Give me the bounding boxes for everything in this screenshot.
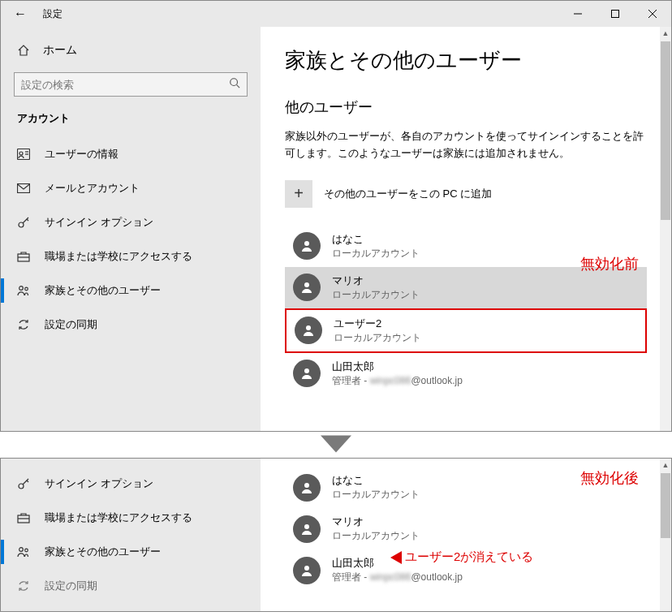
key-icon — [17, 216, 30, 229]
svg-marker-20 — [321, 436, 351, 453]
plus-icon: + — [285, 180, 312, 208]
people-icon — [17, 546, 30, 558]
sidebar-item-label: 職場または学校にアクセスする — [45, 510, 192, 525]
user-name: はなこ — [332, 232, 420, 247]
svg-point-17 — [304, 282, 309, 287]
sidebar: サインイン オプション 職場または学校にアクセスする 家族とその他のユーザー 設… — [1, 459, 261, 611]
svg-point-28 — [304, 566, 309, 571]
sidebar-item-work[interactable]: 職場または学校にアクセスする — [1, 501, 261, 535]
user-badge-icon — [17, 149, 30, 160]
scrollbar[interactable]: ▲ — [660, 459, 671, 611]
window-controls — [559, 1, 671, 27]
sidebar-item-work[interactable]: 職場または学校にアクセスする — [1, 239, 261, 274]
avatar-icon — [293, 360, 321, 387]
main-pane: 家族とその他のユーザー 他のユーザー 家族以外のユーザーが、各自のアカウントを使… — [261, 27, 671, 431]
search-icon — [229, 77, 240, 92]
home-icon — [17, 44, 30, 57]
key-icon — [17, 477, 30, 490]
briefcase-icon — [17, 512, 30, 523]
scroll-thumb[interactable] — [661, 41, 670, 220]
settings-window: ← 設定 ホーム アカウント ユーザー — [0, 0, 672, 432]
user-name: ユーザー2 — [334, 317, 421, 331]
scroll-up-icon[interactable]: ▲ — [662, 27, 670, 40]
user-sub: ローカルアカウント — [332, 488, 420, 502]
user-row[interactable]: 山田太郎 管理者 - winpc086@outlook.jp — [285, 353, 647, 394]
home-button[interactable]: ホーム — [1, 37, 261, 64]
svg-point-26 — [304, 483, 309, 488]
avatar-icon — [293, 515, 321, 543]
user-sub: ローカルアカウント — [332, 288, 420, 302]
avatar-icon — [293, 232, 321, 260]
user-sub: ローカルアカウント — [334, 331, 421, 345]
scroll-thumb[interactable] — [661, 473, 670, 538]
sidebar-item-family[interactable]: 家族とその他のユーザー — [1, 274, 261, 308]
svg-rect-1 — [612, 11, 619, 18]
user-sub: ローカルアカウント — [332, 247, 420, 261]
add-user-label: その他のユーザーをこの PC に追加 — [324, 187, 492, 201]
svg-point-4 — [230, 79, 238, 86]
section-head: アカウント — [1, 111, 261, 137]
avatar-icon — [293, 474, 321, 502]
red-left-arrow-icon — [390, 551, 402, 564]
sidebar-item-label: メールとアカウント — [45, 181, 140, 196]
annotation-removed: ユーザー2が消えている — [390, 549, 533, 565]
user-name: 山田太郎 — [332, 360, 463, 374]
user-name: マリオ — [332, 274, 420, 288]
sidebar-item-label: 家族とその他のユーザー — [45, 283, 161, 298]
user-sub: ローカルアカウント — [332, 529, 420, 543]
user-name: マリオ — [332, 515, 420, 529]
close-button[interactable] — [634, 1, 671, 27]
annotation-before: 無効化前 — [580, 254, 639, 274]
section-subhead: 他のユーザー — [285, 97, 647, 117]
avatar-icon — [293, 557, 321, 584]
minimize-button[interactable] — [559, 1, 597, 27]
avatar-icon — [293, 274, 321, 301]
sync-icon — [17, 579, 30, 592]
user-row-highlighted[interactable]: ユーザー2ローカルアカウント — [285, 308, 647, 353]
settings-window-after: サインイン オプション 職場または学校にアクセスする 家族とその他のユーザー 設… — [0, 458, 672, 612]
search-input[interactable] — [21, 79, 229, 91]
user-sub: 管理者 - winpc086@outlook.jp — [332, 571, 463, 584]
annotation-after: 無効化後 — [580, 468, 639, 488]
svg-point-7 — [19, 152, 23, 155]
sidebar-item-mail[interactable]: メールとアカウント — [1, 171, 261, 205]
sidebar-item-label: 設定の同期 — [45, 579, 97, 593]
sidebar-item-signin[interactable]: サインイン オプション — [1, 467, 261, 501]
scrollbar[interactable]: ▲ — [660, 27, 671, 431]
svg-point-19 — [304, 368, 309, 373]
sidebar-item-label: サインイン オプション — [45, 476, 153, 491]
sync-icon — [17, 318, 30, 331]
avatar-icon — [295, 317, 322, 344]
sidebar: ホーム アカウント ユーザーの情報 メールとアカウント サインイン オプション — [1, 27, 261, 431]
sidebar-item-user-info[interactable]: ユーザーの情報 — [1, 137, 261, 171]
svg-point-16 — [304, 241, 309, 246]
sidebar-item-sync[interactable]: 設定の同期 — [1, 569, 261, 603]
mail-icon — [17, 183, 30, 193]
main-pane: はなこローカルアカウント マリオローカルアカウント 山田太郎 管理者 - win… — [261, 459, 671, 611]
sidebar-item-label: 設定の同期 — [45, 317, 97, 332]
maximize-button[interactable] — [597, 1, 634, 27]
sidebar-item-family[interactable]: 家族とその他のユーザー — [1, 535, 261, 569]
page-title: 家族とその他のユーザー — [285, 46, 647, 75]
briefcase-icon — [17, 251, 30, 262]
user-row[interactable]: マリオローカルアカウント — [285, 508, 647, 549]
sidebar-item-label: 職場または学校にアクセスする — [45, 249, 192, 264]
sidebar-item-label: 家族とその他のユーザー — [45, 545, 161, 559]
svg-point-25 — [25, 549, 28, 552]
sidebar-item-sync[interactable]: 設定の同期 — [1, 308, 261, 342]
section-description: 家族以外のユーザーが、各自のアカウントを使ってサインインすることを許可します。こ… — [285, 128, 647, 162]
add-user-button[interactable]: + その他のユーザーをこの PC に追加 — [285, 180, 647, 208]
user-sub: 管理者 - winpc086@outlook.jp — [332, 374, 463, 388]
back-button[interactable]: ← — [1, 6, 40, 21]
svg-line-5 — [237, 85, 240, 88]
sidebar-item-signin[interactable]: サインイン オプション — [1, 205, 261, 239]
sidebar-item-label: ユーザーの情報 — [45, 147, 118, 162]
transition-arrow-icon — [0, 432, 672, 458]
svg-point-18 — [306, 325, 311, 330]
search-box[interactable] — [14, 72, 248, 97]
scroll-up-icon[interactable]: ▲ — [662, 459, 670, 472]
svg-point-15 — [25, 287, 28, 291]
svg-point-27 — [304, 524, 309, 529]
sidebar-item-label: サインイン オプション — [45, 215, 153, 230]
people-icon — [17, 285, 30, 296]
